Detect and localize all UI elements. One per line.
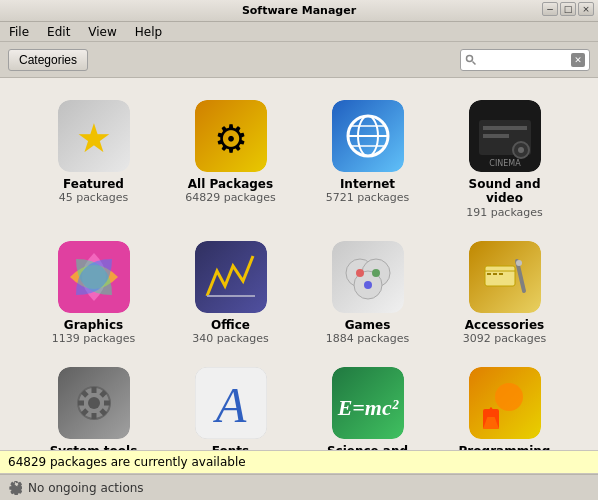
categories-grid: ★ Featured 45 packages ⚙ All Packages 64…: [30, 94, 568, 450]
category-item-accessories[interactable]: Accessories 3092 packages: [450, 235, 560, 351]
title-bar: Software Manager − □ ×: [0, 0, 598, 22]
category-name-sound-video: Sound and video: [456, 177, 554, 206]
svg-text:CINEMA: CINEMA: [489, 159, 521, 168]
category-icon-fonts: A: [195, 367, 267, 439]
gear-icon: [8, 481, 22, 495]
category-name-games: Games: [345, 318, 391, 332]
search-icon: [465, 54, 477, 66]
window-title: Software Manager: [242, 4, 356, 17]
svg-rect-21: [195, 241, 267, 313]
maximize-button[interactable]: □: [560, 2, 576, 16]
category-count-accessories: 3092 packages: [463, 332, 547, 345]
svg-line-48: [101, 392, 105, 396]
svg-line-46: [82, 392, 86, 396]
category-icon-science: E=mc²: [332, 367, 404, 439]
category-count-featured: 45 packages: [59, 191, 129, 204]
close-button[interactable]: ×: [578, 2, 594, 16]
status-text: 64829 packages are currently available: [8, 455, 246, 469]
svg-point-27: [356, 269, 364, 277]
category-name-graphics: Graphics: [64, 318, 123, 332]
category-count-graphics: 1139 packages: [52, 332, 136, 345]
category-icon-graphics: [58, 241, 130, 313]
category-item-fonts[interactable]: A Fonts 320 packages: [176, 361, 286, 450]
search-box: ✕: [460, 49, 590, 71]
svg-rect-33: [487, 273, 491, 275]
minimize-button[interactable]: −: [542, 2, 558, 16]
svg-point-0: [467, 55, 473, 61]
category-count-sound-video: 191 packages: [466, 206, 543, 219]
svg-point-54: [495, 383, 523, 411]
status-bar: 64829 packages are currently available: [0, 450, 598, 474]
category-icon-games: [332, 241, 404, 313]
svg-line-42: [101, 410, 105, 414]
category-name-office: Office: [211, 318, 250, 332]
category-item-sound-video[interactable]: CINEMA Sound and video 191 packages: [450, 94, 560, 225]
svg-point-28: [372, 269, 380, 277]
menu-view[interactable]: View: [83, 24, 121, 40]
category-item-science[interactable]: E=mc² Science and Education 2257 package…: [313, 361, 423, 450]
category-item-games[interactable]: Games 1884 packages: [313, 235, 423, 351]
category-name-featured: Featured: [63, 177, 124, 191]
category-count-office: 340 packages: [192, 332, 269, 345]
svg-text:⚙: ⚙: [213, 117, 247, 161]
category-item-all-packages[interactable]: ⚙ All Packages 64829 packages: [176, 94, 286, 225]
toolbar: Categories ✕: [0, 42, 598, 78]
svg-text:E=mc²: E=mc²: [336, 395, 398, 420]
category-item-programming[interactable]: Programming 4030 packages: [450, 361, 560, 450]
category-count-games: 1884 packages: [326, 332, 410, 345]
category-name-internet: Internet: [340, 177, 395, 191]
category-name-accessories: Accessories: [465, 318, 545, 332]
category-icon-accessories: [469, 241, 541, 313]
search-clear-button[interactable]: ✕: [571, 53, 585, 67]
svg-text:A: A: [212, 377, 246, 433]
category-icon-sound-video: CINEMA: [469, 100, 541, 172]
category-item-office[interactable]: Office 340 packages: [176, 235, 286, 351]
category-count-all-packages: 64829 packages: [185, 191, 276, 204]
svg-rect-34: [493, 273, 497, 275]
svg-point-37: [516, 260, 522, 266]
main-content: ★ Featured 45 packages ⚙ All Packages 64…: [0, 78, 598, 450]
category-icon-office: [195, 241, 267, 313]
svg-line-1: [473, 61, 476, 64]
category-count-internet: 5721 packages: [326, 191, 410, 204]
window-controls: − □ ×: [542, 2, 594, 16]
category-name-all-packages: All Packages: [188, 177, 273, 191]
category-item-graphics[interactable]: Graphics 1139 packages: [39, 235, 149, 351]
category-item-internet[interactable]: Internet 5721 packages: [313, 94, 423, 225]
svg-point-29: [364, 281, 372, 289]
category-icon-featured: ★: [58, 100, 130, 172]
categories-button[interactable]: Categories: [8, 49, 88, 71]
category-icon-system-tools: [58, 367, 130, 439]
svg-point-17: [518, 147, 524, 153]
search-input[interactable]: [480, 53, 565, 67]
category-icon-internet: [332, 100, 404, 172]
category-item-featured[interactable]: ★ Featured 45 packages: [39, 94, 149, 225]
category-item-system-tools[interactable]: System tools 2013 packages: [39, 361, 149, 450]
svg-point-40: [88, 397, 100, 409]
menu-bar: File Edit View Help: [0, 22, 598, 42]
menu-help[interactable]: Help: [130, 24, 167, 40]
category-icon-all-packages: ⚙: [195, 100, 267, 172]
bottom-bar: No ongoing actions: [0, 474, 598, 500]
ongoing-actions-text: No ongoing actions: [28, 481, 144, 495]
svg-line-44: [82, 410, 86, 414]
svg-text:★: ★: [76, 115, 112, 161]
menu-edit[interactable]: Edit: [42, 24, 75, 40]
svg-rect-31: [485, 266, 515, 286]
menu-file[interactable]: File: [4, 24, 34, 40]
svg-rect-35: [499, 273, 503, 275]
category-icon-programming: [469, 367, 541, 439]
